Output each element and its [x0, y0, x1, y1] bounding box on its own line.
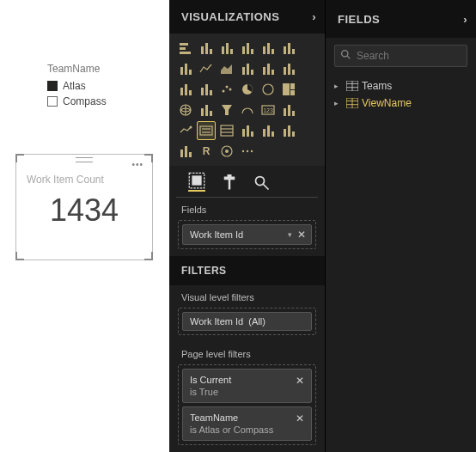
legend-item[interactable]: Compass	[47, 95, 107, 107]
swatch-icon	[47, 81, 58, 91]
viz-pane-header[interactable]: VISUALIZATIONS ›	[169, 0, 325, 34]
svg-marker-49	[222, 105, 232, 115]
svg-point-85	[342, 51, 348, 57]
viz-multi-card-icon[interactable]	[279, 101, 298, 119]
field-pill[interactable]: Work Item Id ▾ ✕	[182, 224, 312, 245]
viz-matrix-icon[interactable]	[238, 121, 257, 140]
svg-marker-21	[221, 64, 232, 74]
viz-donut-icon[interactable]	[259, 80, 278, 99]
mode-tabs	[176, 166, 318, 198]
svg-rect-44	[290, 90, 295, 95]
table-row[interactable]: ▸Teams	[334, 77, 467, 95]
viz-stacked-bar-icon[interactable]	[176, 39, 195, 58]
resize-handle[interactable]	[15, 252, 24, 260]
fields-well[interactable]: Work Item Id ▾ ✕	[178, 220, 316, 249]
svg-rect-59	[221, 125, 233, 136]
viz-type-grid: 123R	[169, 34, 325, 166]
format-mode-icon[interactable]	[221, 174, 238, 192]
viz-slicer-icon[interactable]	[197, 121, 216, 140]
viz-clustered-column-icon[interactable]	[238, 39, 257, 58]
viz-waterfall-icon[interactable]	[197, 80, 216, 99]
drag-handle[interactable]	[76, 157, 93, 162]
svg-rect-62	[242, 129, 245, 137]
filter-pill[interactable]: Work Item Id (All)	[182, 312, 312, 331]
filters-header: FILTERS	[169, 256, 325, 285]
svg-rect-27	[272, 70, 274, 75]
svg-rect-47	[205, 105, 208, 116]
viz-stacked-area-icon[interactable]	[238, 59, 257, 78]
svg-rect-52	[284, 108, 286, 116]
svg-rect-46	[201, 108, 204, 116]
svg-rect-14	[272, 49, 274, 54]
legend-item[interactable]: Atlas	[47, 80, 107, 92]
viz-line-clustered-icon[interactable]	[279, 59, 298, 78]
fields-mode-icon[interactable]	[188, 174, 205, 192]
svg-rect-0	[180, 43, 188, 46]
viz-funnel-icon[interactable]	[217, 101, 236, 119]
legend: TeamName Atlas Compass	[47, 63, 107, 111]
page-filters-well[interactable]: Is Currentis True✕TeamNameis Atlas or Co…	[178, 364, 316, 445]
table-icon	[346, 81, 358, 91]
table-row[interactable]: ▸ViewName	[334, 95, 467, 112]
svg-rect-16	[288, 43, 290, 54]
viz-r-icon[interactable]: R	[197, 142, 216, 161]
viz-area-icon[interactable]	[217, 59, 236, 78]
svg-rect-71	[180, 150, 183, 157]
svg-rect-11	[251, 49, 253, 54]
more-icon[interactable]: •••	[131, 160, 143, 169]
header-label: FIELDS	[338, 13, 380, 26]
close-icon[interactable]: ✕	[294, 375, 306, 397]
page-filter-card[interactable]: TeamNameis Atlas or Compass✕	[182, 406, 312, 441]
chevron-right-icon[interactable]: ›	[312, 10, 316, 23]
chevron-right-icon[interactable]: ›	[463, 13, 467, 26]
viz-line-stacked-icon[interactable]	[259, 59, 278, 78]
svg-point-78	[247, 150, 248, 152]
card-title: Work Item Count	[27, 174, 152, 186]
page-filter-card[interactable]: Is Currentis True✕	[182, 369, 312, 403]
visual-filters-well[interactable]: Work Item Id (All)	[178, 308, 316, 335]
viz-ribbon-icon[interactable]	[176, 80, 195, 99]
viz-pie-icon[interactable]	[238, 80, 257, 99]
svg-rect-63	[247, 125, 249, 137]
resize-handle[interactable]	[144, 154, 153, 162]
viz-kpi-icon[interactable]	[176, 121, 195, 140]
viz-card-icon[interactable]: 123	[259, 101, 278, 119]
viz-gauge-icon[interactable]	[238, 101, 257, 119]
close-icon[interactable]: ✕	[296, 229, 308, 241]
chevron-down-icon[interactable]: ▾	[288, 230, 292, 239]
viz-treemap-icon[interactable]	[279, 80, 298, 99]
svg-rect-7	[226, 43, 229, 54]
visual-filters-label: Visual level filters	[169, 285, 325, 306]
search-box[interactable]	[334, 45, 467, 67]
report-canvas[interactable]: TeamName Atlas Compass ••• Work Item Cou…	[0, 0, 169, 452]
viz-line-icon[interactable]	[197, 59, 216, 78]
viz-filled-map-icon[interactable]	[197, 101, 216, 119]
viz-more-icon[interactable]	[238, 142, 257, 161]
viz-hundred-bar-icon[interactable]	[259, 39, 278, 58]
viz-map-icon[interactable]	[176, 101, 195, 119]
viz-stacked-column-icon[interactable]	[197, 39, 216, 58]
viz-clustered-bar2-icon[interactable]	[176, 59, 195, 78]
resize-handle[interactable]	[15, 154, 24, 162]
svg-rect-53	[288, 105, 290, 116]
viz-clustered-bar-icon[interactable]	[217, 39, 236, 58]
svg-rect-19	[185, 64, 187, 75]
svg-rect-5	[210, 49, 212, 54]
viz-scatter-icon[interactable]	[217, 80, 236, 99]
viz-r-visual-icon[interactable]	[259, 121, 278, 140]
svg-rect-69	[288, 125, 290, 137]
card-visual[interactable]: ••• Work Item Count 1434	[15, 154, 153, 260]
viz-table-icon[interactable]	[217, 121, 236, 140]
search-input[interactable]	[357, 50, 476, 62]
svg-rect-13	[267, 43, 270, 54]
svg-rect-65	[263, 129, 265, 137]
viz-hundred-column-icon[interactable]	[279, 39, 298, 58]
viz-matrix2-icon[interactable]	[176, 142, 195, 161]
analytics-mode-icon[interactable]	[253, 174, 271, 192]
resize-handle[interactable]	[144, 252, 153, 260]
svg-rect-18	[180, 67, 183, 75]
viz-arcgis-icon[interactable]	[217, 142, 236, 161]
close-icon[interactable]: ✕	[294, 412, 306, 435]
fields-pane-header[interactable]: FIELDS ›	[326, 0, 476, 38]
viz-r-script-icon[interactable]	[279, 121, 298, 140]
